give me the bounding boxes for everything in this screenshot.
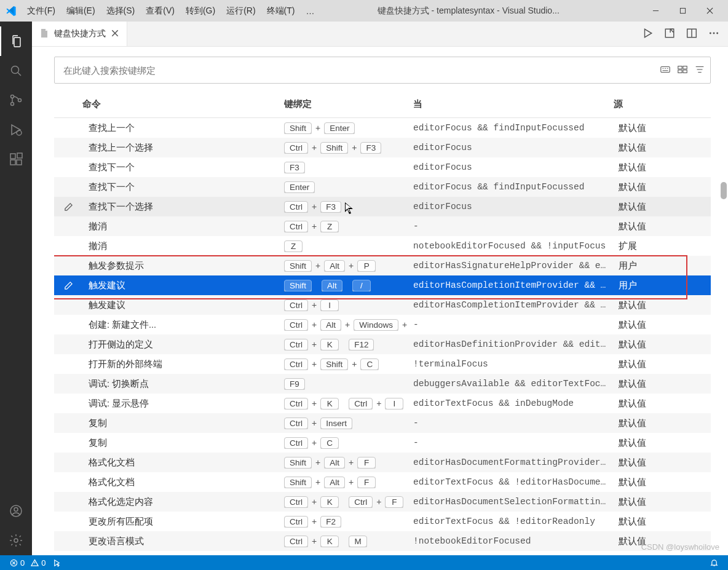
cell-source: 默认值 <box>614 457 687 469</box>
cell-when: notebookEditorFocused && !inputFocus <box>413 241 614 251</box>
vertical-scrollbar-thumb[interactable] <box>721 182 727 199</box>
svg-point-11 <box>14 508 18 512</box>
header-when[interactable]: 当 <box>413 98 614 110</box>
run-debug-icon[interactable] <box>0 115 32 144</box>
cell-command: 更改所有匹配项 <box>82 516 284 528</box>
cell-command: 撤消 <box>82 221 284 232</box>
cell-keybinding: Ctrl+Insert <box>284 418 413 429</box>
menu-item-1[interactable]: 编辑(E) <box>61 3 100 19</box>
table-row[interactable]: 查找下一个选择Ctrl+F3editorFocus默认值 <box>54 197 711 216</box>
table-row[interactable]: 触发参数提示Shift+Alt+PeditorHasSignatureHelpP… <box>54 256 711 275</box>
menu-item-4[interactable]: 转到(G) <box>181 3 220 19</box>
source-control-icon[interactable] <box>0 85 32 115</box>
svg-rect-20 <box>683 66 687 69</box>
cell-keybinding: Ctrl+Shift+C <box>284 358 413 370</box>
table-row[interactable]: 查找上一个选择Ctrl+Shift+F3editorFocus默认值 <box>54 138 711 157</box>
keybinding-search[interactable] <box>54 57 711 84</box>
table-row[interactable]: 撤消ZnotebookEditorFocused && !inputFocus扩… <box>54 236 711 256</box>
accounts-icon[interactable] <box>0 496 32 526</box>
window-maximize-button[interactable] <box>669 0 696 22</box>
title-bar: 文件(F)编辑(E)选择(S)查看(V)转到(G)运行(R)终端(T)… 键盘快… <box>0 0 728 22</box>
tab-close-button[interactable] <box>111 29 119 39</box>
cell-keybinding: Ctrl+Alt+Windows+ <box>284 319 413 331</box>
run-icon[interactable] <box>642 28 653 41</box>
search-icon[interactable] <box>0 56 32 85</box>
status-errors-count: 0 <box>20 558 25 568</box>
cell-when: editorHasDefinitionProvider && edit… <box>413 339 614 349</box>
menu-item-2[interactable]: 选择(S) <box>101 3 140 19</box>
cell-when: !notebookEditorFocused <box>413 536 614 546</box>
cell-command: 调试: 显示悬停 <box>82 398 284 410</box>
filter-icon[interactable] <box>694 64 705 77</box>
table-row[interactable]: 格式化选定内容Ctrl+KCtrl+FeditorHasDocumentSele… <box>54 492 711 512</box>
table-row[interactable]: 查找上一个Shift+EntereditorFocus && findInput… <box>54 118 711 138</box>
table-row[interactable]: 更改语言模式Ctrl+KM!notebookEditorFocused默认值 <box>54 531 711 551</box>
cell-source: 默认值 <box>614 142 687 154</box>
cell-command: 创建: 新建文件... <box>82 319 284 331</box>
cell-when: editorFocus && findInputFocussed <box>413 123 614 133</box>
menu-item-0[interactable]: 文件(F) <box>22 3 60 19</box>
svg-point-17 <box>716 32 718 34</box>
cell-keybinding: Ctrl+I <box>284 299 413 311</box>
table-row[interactable]: 更改所有匹配项Ctrl+F2editorTextFocus && !editor… <box>54 512 711 531</box>
tab-keyboard-shortcuts[interactable]: 键盘快捷方式 <box>32 22 127 46</box>
svg-point-16 <box>713 32 715 34</box>
header-keybinding[interactable]: 键绑定 <box>284 98 413 110</box>
cell-keybinding: Ctrl+KF12 <box>284 339 413 350</box>
table-row[interactable]: 查找下一个EntereditorFocus && findInputFocuss… <box>54 177 711 197</box>
cell-when: editorHasDocumentFormattingProvider… <box>413 457 614 467</box>
table-row[interactable]: 格式化文档Shift+Alt+FeditorTextFocus && !edit… <box>54 472 711 492</box>
table-row[interactable]: 创建: 新建文件...Ctrl+Alt+Windows+-默认值 <box>54 315 711 334</box>
table-row[interactable]: 触发建议ShiftAlt/editorHasCompletionItemProv… <box>54 275 711 295</box>
menu-item-6[interactable]: 终端(T) <box>262 3 300 19</box>
cell-source: 用户 <box>614 280 687 291</box>
header-source[interactable]: 源 <box>614 98 687 110</box>
svg-rect-13 <box>665 29 674 38</box>
table-row[interactable]: 调试: 切换断点F9debuggersAvailable && editorTe… <box>54 374 711 394</box>
cell-when: - <box>413 320 614 330</box>
svg-rect-8 <box>17 160 22 165</box>
svg-point-15 <box>710 32 711 34</box>
table-row[interactable]: 打开新的外部终端Ctrl+Shift+C!terminalFocus默认值 <box>54 354 711 374</box>
window-title: 键盘快捷方式 - templatesyntax - Visual Studio.… <box>295 6 642 17</box>
extensions-icon[interactable] <box>0 144 32 174</box>
status-notifications-icon[interactable] <box>706 555 722 570</box>
window-close-button[interactable] <box>696 0 723 22</box>
record-keys-icon[interactable] <box>660 64 671 77</box>
split-editor-icon[interactable] <box>686 28 697 41</box>
header-command[interactable]: 命令 <box>82 98 284 110</box>
explorer-icon[interactable] <box>0 26 32 56</box>
cell-source: 默认值 <box>614 339 687 350</box>
cell-when: editorHasCompletionItemProvider && … <box>413 300 614 310</box>
cell-when: editorTextFocus && inDebugMode <box>413 398 614 408</box>
edit-pencil-icon[interactable] <box>54 275 82 295</box>
settings-gear-icon[interactable] <box>0 526 32 555</box>
cell-keybinding: Shift+Alt+F <box>284 457 413 469</box>
sort-precedence-icon[interactable] <box>677 64 688 77</box>
table-row[interactable]: 撤消Ctrl+Z-默认值 <box>54 216 711 236</box>
menu-item-3[interactable]: 查看(V) <box>141 3 180 19</box>
svg-point-5 <box>17 130 22 135</box>
cell-command: 查找下一个选择 <box>82 201 284 213</box>
cell-keybinding: ShiftAlt/ <box>284 280 413 291</box>
table-row[interactable]: 打开侧边的定义Ctrl+KF12editorHasDefinitionProvi… <box>54 334 711 354</box>
more-actions-icon[interactable] <box>708 28 719 41</box>
table-row[interactable]: 触发建议Ctrl+IeditorHasCompletionItemProvide… <box>54 295 711 315</box>
keybinding-search-input[interactable] <box>62 65 660 76</box>
menu-item-5[interactable]: 运行(R) <box>221 3 260 19</box>
table-row[interactable]: 查找下一个F3editorFocus默认值 <box>54 157 711 177</box>
table-row[interactable]: 格式化文档Shift+Alt+FeditorHasDocumentFormatt… <box>54 453 711 472</box>
open-json-icon[interactable] <box>664 28 675 41</box>
svg-rect-18 <box>661 66 670 72</box>
cell-when: editorFocus <box>413 162 614 172</box>
table-row[interactable]: 复制Ctrl+C-默认值 <box>54 433 711 453</box>
svg-point-2 <box>11 95 14 98</box>
table-row[interactable]: 调试: 显示悬停Ctrl+KCtrl+IeditorTextFocus && i… <box>54 394 711 413</box>
window-minimize-button[interactable] <box>642 0 669 22</box>
status-problems[interactable]: 0 0 <box>6 555 49 570</box>
table-row[interactable]: 复制Ctrl+Insert-默认值 <box>54 413 711 433</box>
table-header: 命令 键绑定 当 源 <box>54 95 711 118</box>
cell-command: 调试: 切换断点 <box>82 378 284 390</box>
status-debug-start[interactable] <box>49 555 65 570</box>
edit-pencil-icon[interactable] <box>54 197 82 216</box>
